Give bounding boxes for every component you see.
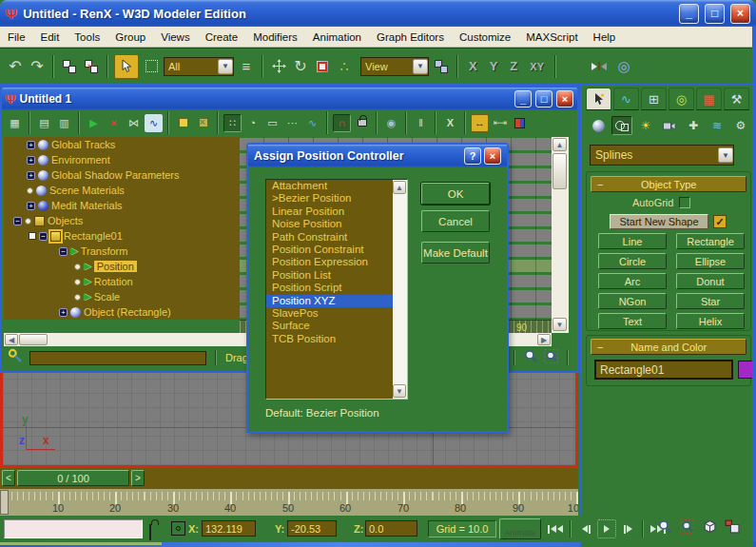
tree-item-position[interactable]: ▶Position <box>4 259 240 274</box>
dropdown-arrow-icon[interactable]: ▼ <box>218 59 233 74</box>
hscroll-thumb[interactable] <box>19 334 48 345</box>
sliders-icon[interactable]: ‖ <box>412 114 430 132</box>
exclude-icon[interactable]: X <box>441 114 459 132</box>
menu-help[interactable]: Help <box>586 31 624 43</box>
menu-tools[interactable]: Tools <box>67 31 107 43</box>
ok-button[interactable]: OK <box>421 183 490 205</box>
tree-item-rotation[interactable]: ▶Rotation <box>4 274 240 289</box>
ngon-button[interactable]: NGon <box>598 293 667 309</box>
expand-plus-icon[interactable]: + <box>27 141 35 149</box>
controller-item[interactable]: Position Constraint <box>266 244 407 256</box>
category-helpers-icon[interactable]: ✚ <box>683 116 704 135</box>
controller-listbox[interactable]: Attachment >Bezier Position Linear Posit… <box>265 179 408 400</box>
manipulate-icon[interactable]: ∴ <box>335 57 354 76</box>
rectangle-button[interactable]: Rectangle <box>676 233 745 249</box>
object-name-field[interactable]: Rectangle01 <box>594 360 733 380</box>
controller-item[interactable]: Noise Position <box>266 218 407 230</box>
edit-ranges-icon[interactable]: ▭ <box>263 114 281 132</box>
dropdown-arrow-icon[interactable]: ▼ <box>413 59 428 74</box>
select-by-name-icon[interactable]: ≡ <box>237 57 256 76</box>
axis-x-button[interactable]: X <box>464 59 482 73</box>
scale-icon[interactable] <box>313 57 332 76</box>
position-ranges-icon[interactable]: ⋯ <box>283 114 301 132</box>
controller-item[interactable]: Attachment <box>266 180 407 192</box>
tab-motion[interactable]: ◎ <box>669 88 694 110</box>
controller-item[interactable]: SlavePos <box>266 307 407 320</box>
category-cameras-icon[interactable] <box>659 116 680 135</box>
tree-item-object-rectangle[interactable]: +Object (Rectangle) <box>4 304 240 320</box>
controller-item[interactable]: TCB Position <box>266 333 407 345</box>
scroll-right-icon[interactable]: ▶ <box>537 334 551 345</box>
mirror-icon[interactable] <box>587 57 611 76</box>
arc-button[interactable]: Arc <box>598 273 667 289</box>
controller-item[interactable]: >Bezier Position <box>266 192 407 205</box>
tab-hierarchy[interactable]: ⊞ <box>641 88 667 110</box>
show-keyable-icon[interactable]: ◉ <box>382 114 400 132</box>
menu-create[interactable]: Create <box>198 31 246 43</box>
move-icon[interactable] <box>269 57 288 76</box>
expand-plus-icon[interactable]: + <box>27 171 35 180</box>
tab-display[interactable]: ▦ <box>696 88 722 110</box>
zoom-region-button[interactable] <box>680 519 694 537</box>
array-icon[interactable]: ◎ <box>614 57 633 76</box>
trackview-title-bar[interactable]: Ψ Untitled 1 _ □ × <box>2 88 577 110</box>
rect-select-icon[interactable] <box>142 57 161 76</box>
expand-plus-icon[interactable]: + <box>27 156 35 165</box>
zoom-all-button[interactable] <box>725 519 740 537</box>
collapse-minus-icon[interactable]: − <box>13 217 22 225</box>
object-type-header[interactable]: − Object Type <box>591 176 746 192</box>
prompt-line-field[interactable] <box>4 519 143 538</box>
start-new-shape-checkbox[interactable]: ✓ <box>713 215 727 228</box>
tab-modify[interactable]: ∿ <box>613 88 639 110</box>
spline-category-dropdown[interactable]: Splines ▼ <box>590 145 734 166</box>
x-coord-field[interactable]: 132.119 <box>202 520 256 537</box>
dialog-close-button[interactable]: × <box>484 147 501 165</box>
ellipse-button[interactable]: Ellipse <box>676 253 745 269</box>
axis-z-button[interactable]: Z <box>505 59 522 73</box>
scroll-down-icon[interactable]: ▼ <box>393 384 406 398</box>
animate-button[interactable]: Animate <box>499 518 541 539</box>
scroll-down-icon[interactable]: ▼ <box>552 318 567 331</box>
vscroll-thumb[interactable] <box>552 153 567 189</box>
tree-item-global-shadow-parameters[interactable]: +Global Shadow Parameters <box>4 167 240 183</box>
maximize-button[interactable]: □ <box>705 4 725 24</box>
snap-frames-icon[interactable]: ∩ <box>333 114 351 132</box>
cancel-button[interactable]: Cancel <box>421 210 490 232</box>
pivot-center-icon[interactable] <box>432 57 451 76</box>
menu-views[interactable]: Views <box>153 31 197 43</box>
controller-item[interactable]: Position List <box>266 269 407 282</box>
menu-file[interactable]: File <box>0 31 33 43</box>
collapse-minus-icon[interactable]: − <box>59 247 68 256</box>
tree-item-global-tracks[interactable]: +Global Tracks <box>4 137 240 152</box>
add-note-track-icon[interactable] <box>174 114 192 132</box>
menu-edit[interactable]: Edit <box>33 31 68 43</box>
next-frame-button[interactable] <box>618 519 637 538</box>
dropdown-arrow-icon[interactable]: ▼ <box>718 147 733 163</box>
prev-frame-button[interactable] <box>576 519 595 538</box>
object-color-swatch[interactable] <box>738 361 753 379</box>
edit-time-icon[interactable]: ◔ <box>243 114 262 132</box>
name-color-header[interactable]: − Name and Color <box>591 339 746 355</box>
parameter-curves-icon[interactable]: ∿ <box>145 114 163 132</box>
lock-selection-icon[interactable] <box>149 523 151 541</box>
expand-plus-icon[interactable]: + <box>59 308 68 317</box>
controller-item-selected[interactable]: Position XYZ <box>266 295 407 307</box>
select-checkbox[interactable] <box>29 232 36 240</box>
category-spacewarps-icon[interactable]: ≋ <box>707 116 727 135</box>
menu-customize[interactable]: Customize <box>452 31 518 43</box>
tree-item-transform[interactable]: −▶Transform <box>4 244 240 259</box>
key-stats-icon[interactable] <box>8 348 24 368</box>
menu-graph-editors[interactable]: Graph Editors <box>369 31 452 43</box>
trackview-key-time-field[interactable] <box>29 351 206 365</box>
category-systems-icon[interactable]: ⚙ <box>730 116 751 135</box>
redo-icon[interactable]: ↷ <box>28 57 47 76</box>
line-button[interactable]: Line <box>598 233 667 249</box>
function-curves-icon[interactable]: ∿ <box>303 114 321 132</box>
dialog-help-button[interactable]: ? <box>464 147 481 165</box>
abs-offset-toggle-icon[interactable] <box>171 521 185 536</box>
scroll-up-icon[interactable]: ▲ <box>393 181 406 194</box>
make-default-button[interactable]: Make Default <box>421 242 490 264</box>
go-to-start-button[interactable] <box>546 519 565 538</box>
menu-modifiers[interactable]: Modifiers <box>245 31 305 43</box>
expand-plus-icon[interactable]: + <box>27 202 35 210</box>
